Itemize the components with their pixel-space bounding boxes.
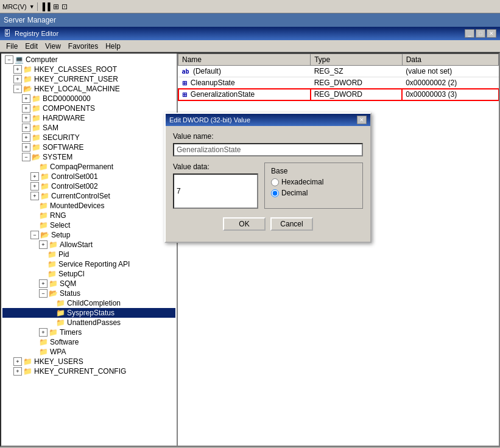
tree-item-childcompletion[interactable]: 📁 ChildCompletion <box>2 298 175 308</box>
reg-data-cleanup: 0x00000002 (2) <box>402 77 498 89</box>
reg-type-generalization: REG_DWORD <box>311 89 403 100</box>
menu-file[interactable]: File <box>2 41 21 52</box>
dialog-ok-button[interactable]: OK <box>223 217 266 231</box>
reg-type-icon-dword2: ⊞ <box>182 91 187 98</box>
menu-view[interactable]: View <box>41 41 65 52</box>
tree-item-hardware[interactable]: + 📁 HARDWARE <box>2 113 175 123</box>
tree-item-unattend[interactable]: 📁 UnattendPasses <box>2 318 175 327</box>
reg-type-default: REG_SZ <box>311 66 403 77</box>
folder-icon-hkcr: 📁 <box>23 65 32 74</box>
tree-item-timers[interactable]: + 📁 Timers <box>2 327 175 337</box>
tree-item-hklm[interactable]: − 📂 HKEY_LOCAL_MACHINE <box>2 84 175 94</box>
tree-item-setup[interactable]: − 📂 Setup <box>2 230 175 240</box>
expand-hardware[interactable]: + <box>22 114 30 122</box>
tree-item-bcd[interactable]: + 📁 BCD00000000 <box>2 94 175 103</box>
toolbar-restore-btn[interactable]: ⊡ <box>62 2 68 11</box>
tree-item-security[interactable]: + 📁 SECURITY <box>2 133 175 142</box>
expand-sqm[interactable]: + <box>39 279 48 288</box>
menu-favorites[interactable]: Favorites <box>65 41 102 52</box>
table-row-generalization[interactable]: ⊞ GeneralizationState REG_DWORD 0x000000… <box>178 89 499 100</box>
tree-root-computer[interactable]: − 💻 Computer <box>2 55 175 65</box>
expand-software[interactable]: + <box>22 143 30 152</box>
tree-label-timers: Timers <box>60 328 82 337</box>
toolbar-pause-btn[interactable]: ▐▐ <box>40 2 51 11</box>
main-container: − 💻 Computer + 📁 HKEY_CLASSES_ROOT + 📁 H… <box>0 52 500 447</box>
tree-item-status[interactable]: − 📂 Status <box>2 289 175 298</box>
folder-icon-components: 📁 <box>32 104 41 113</box>
tree-item-rng[interactable]: 📁 RNG <box>2 211 175 220</box>
expand-status[interactable]: − <box>39 289 48 298</box>
folder-icon-rng: 📁 <box>39 211 48 220</box>
close-button[interactable]: ✕ <box>487 29 496 38</box>
tree-item-software[interactable]: + 📁 SOFTWARE <box>2 142 175 152</box>
computer-icon: 💻 <box>15 55 24 64</box>
tree-item-software2[interactable]: 📁 Software <box>2 337 175 347</box>
tree-item-hkcc[interactable]: + 📁 HKEY_CURRENT_CONFIG <box>2 366 175 376</box>
expand-setup[interactable]: − <box>30 231 39 239</box>
tree-item-components[interactable]: + 📁 COMPONENTS <box>2 103 175 113</box>
tree-item-hku[interactable]: + 📁 HKEY_USERS <box>2 357 175 366</box>
tree-item-pid[interactable]: 📁 Pid <box>2 250 175 259</box>
value-data-label: Value data: <box>173 163 258 171</box>
registry-icon: 🗄 <box>4 29 11 38</box>
tree-item-sqm[interactable]: + 📁 SQM <box>2 279 175 289</box>
value-name-input[interactable] <box>173 143 363 156</box>
expand-sam[interactable]: + <box>22 124 30 132</box>
tree-item-wpa[interactable]: 📁 WPA <box>2 347 175 357</box>
tree-item-compaq[interactable]: 📁 CompaqPermanent <box>2 162 175 172</box>
mrc-dropdown[interactable]: ▼ <box>29 4 35 10</box>
expand-cs001[interactable]: + <box>30 172 39 181</box>
tree-item-sysprepstatus[interactable]: 📁 SysprepStatus <box>2 308 175 318</box>
tree-label-hkcu: HKEY_CURRENT_USER <box>34 75 118 83</box>
expand-computer[interactable]: − <box>5 55 13 64</box>
expand-hkcu[interactable]: + <box>13 75 22 83</box>
menu-help[interactable]: Help <box>102 41 124 52</box>
folder-icon-hardware: 📁 <box>32 114 41 122</box>
tree-label-software2: Software <box>50 338 79 346</box>
expand-ccs[interactable]: + <box>30 192 39 200</box>
tree-item-select[interactable]: 📁 Select <box>2 220 175 230</box>
radio-hexadecimal[interactable] <box>271 178 279 186</box>
tree-item-ccs[interactable]: + 📁 CurrentControlSet <box>2 191 175 201</box>
minimize-button[interactable]: _ <box>465 29 474 38</box>
toolbar-snap-btn[interactable]: ⊞ <box>53 2 59 11</box>
tree-item-sam[interactable]: + 📁 SAM <box>2 123 175 133</box>
expand-hkcr[interactable]: + <box>13 65 22 74</box>
reg-type-cleanup: REG_DWORD <box>311 77 403 89</box>
tree-item-system[interactable]: − 📂 SYSTEM <box>2 152 175 162</box>
tree-item-hkcr[interactable]: + 📁 HKEY_CLASSES_ROOT <box>2 65 175 74</box>
expand-hku[interactable]: + <box>13 357 22 366</box>
tree-item-cs001[interactable]: + 📁 ControlSet001 <box>2 172 175 181</box>
expand-bcd[interactable]: + <box>22 94 30 103</box>
menu-edit[interactable]: Edit <box>21 41 41 52</box>
table-row[interactable]: ab (Default) REG_SZ (value not set) <box>178 66 499 77</box>
folder-icon-software2: 📁 <box>39 338 48 346</box>
tree-label-security: SECURITY <box>43 133 80 142</box>
radio-decimal[interactable] <box>271 189 279 197</box>
dialog-close-button[interactable]: ✕ <box>357 116 367 124</box>
table-row[interactable]: ⊞ CleanupState REG_DWORD 0x00000002 (2) <box>178 77 499 89</box>
expand-timers[interactable]: + <box>39 328 48 337</box>
tree-item-setupcl[interactable]: 📁 SetupCl <box>2 269 175 279</box>
folder-icon-serviceapi: 📁 <box>48 260 57 268</box>
expand-cs002[interactable]: + <box>30 182 39 191</box>
tree-item-serviceapi[interactable]: 📁 Service Reporting API <box>2 259 175 269</box>
expand-hkcc[interactable]: + <box>13 367 22 376</box>
tree-item-cs002[interactable]: + 📁 ControlSet002 <box>2 181 175 191</box>
folder-icon-wpa: 📁 <box>39 348 48 356</box>
maximize-button[interactable]: □ <box>476 29 485 38</box>
tree-label-hku: HKEY_USERS <box>34 357 83 366</box>
expand-hklm[interactable]: − <box>13 85 22 93</box>
tree-item-mounted[interactable]: 📁 MountedDevices <box>2 201 175 211</box>
tree-root-label: Computer <box>26 55 58 64</box>
expand-components[interactable]: + <box>22 104 30 113</box>
expand-allowstart[interactable]: + <box>39 240 48 249</box>
tree-item-hkcu[interactable]: + 📁 HKEY_CURRENT_USER <box>2 74 175 84</box>
expand-security[interactable]: + <box>22 133 30 142</box>
value-data-input[interactable] <box>173 173 258 209</box>
value-name-label: Value name: <box>173 132 363 141</box>
expand-system[interactable]: − <box>22 153 30 161</box>
tree-item-allowstart[interactable]: + 📁 AllowStart <box>2 240 175 250</box>
dialog-cancel-button[interactable]: Cancel <box>270 217 313 231</box>
radio-hexadecimal-label: Hexadecimal <box>281 178 323 186</box>
